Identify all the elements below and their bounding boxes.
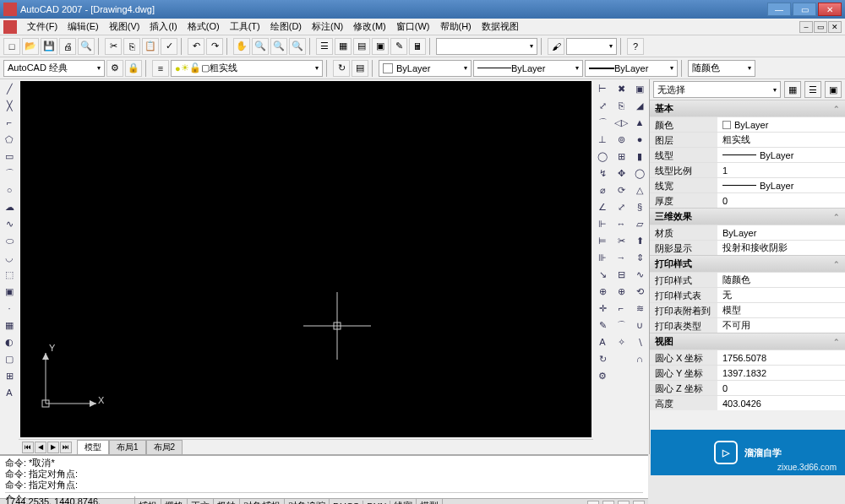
dim-update-tool[interactable]: ↻ [595,351,610,366]
linetype-combo[interactable]: ByLayer▾ [473,60,583,77]
mdi-close[interactable]: ✕ [828,21,842,33]
3d-loft-tool[interactable]: ≋ [632,301,647,316]
selection-combo[interactable]: 无选择▾ [653,81,781,98]
pan-button[interactable]: ✋ [233,38,250,55]
menu-view[interactable]: 视图(V) [104,19,145,35]
line-tool[interactable]: ╱ [2,81,17,96]
dc-button[interactable]: ▦ [335,38,352,55]
prop-plottable[interactable]: 无 [717,288,845,302]
aux-combo[interactable]: ▾ [566,38,617,55]
offset-tool[interactable]: ⊚ [613,132,629,147]
lwt-toggle[interactable]: 线宽 [390,499,417,504]
layer-prev-button[interactable]: ↻ [333,60,350,77]
3d-box-tool[interactable]: ▣ [632,81,647,96]
tab-next[interactable]: ▶ [47,442,59,453]
section-view[interactable]: 视图⌃ [650,333,845,350]
section-print[interactable]: 打印样式⌃ [650,255,845,272]
pickadd-button[interactable]: ☰ [804,81,821,98]
ducs-toggle[interactable]: DUCS [330,501,363,505]
dim-baseline-tool[interactable]: ⊨ [595,233,610,248]
copy-button[interactable]: ⎘ [123,38,140,55]
move-tool[interactable]: ✥ [613,165,629,181]
3d-pyramid-tool[interactable]: △ [632,182,647,198]
tray-icon-2[interactable] [602,501,614,505]
model-toggle[interactable]: 模型 [417,499,443,504]
3d-union-tool[interactable]: ∪ [632,317,647,333]
table-tool[interactable]: ⊞ [2,368,17,383]
scale-combo[interactable]: ▾ [436,38,537,55]
ws-settings-icon[interactable]: ⚙ [106,60,123,77]
point-tool[interactable]: · [2,301,17,316]
prop-plotstyle[interactable]: 随颜色 [717,273,845,287]
prop-ltscale[interactable]: 1 [717,163,845,177]
layer-state-button[interactable]: ▤ [352,60,368,77]
help-button[interactable]: ? [627,38,644,55]
region-tool[interactable]: ▢ [2,351,17,366]
3d-cylinder-tool[interactable]: ▮ [632,149,647,164]
dim-linear-tool[interactable]: ⊢ [595,81,610,96]
calc-button[interactable]: 🖩 [409,38,426,55]
dim-style-tool[interactable]: ⚙ [595,368,610,383]
plot-button[interactable]: 🖨 [59,38,76,55]
3d-revolve-tool[interactable]: ⟲ [632,284,647,299]
lineweight-combo[interactable]: ByLayer▾ [585,60,678,77]
menu-draw[interactable]: 绘图(D) [265,19,307,35]
tab-last[interactable]: ⏭ [60,442,72,453]
rectangle-tool[interactable]: ▭ [2,149,17,164]
new-button[interactable]: □ [3,38,20,55]
zoom-window-button[interactable]: 🔍 [270,38,287,55]
extend-tool[interactable]: → [613,250,629,265]
tab-prev[interactable]: ◀ [35,442,46,453]
prop-layer[interactable]: 粗实线 [717,133,845,147]
match-button[interactable]: ✓ [161,38,177,55]
prop-center-z[interactable]: 0 [717,381,845,395]
paste-button[interactable]: 📋 [142,38,159,55]
3d-cone-tool[interactable]: ▲ [632,115,647,130]
erase-tool[interactable]: ✖ [613,81,629,96]
color-combo[interactable]: ByLayer▾ [379,60,472,77]
dim-diameter-tool[interactable]: ⌀ [595,182,610,198]
array-tool[interactable]: ⊞ [613,149,629,164]
make-block-tool[interactable]: ▣ [2,284,17,299]
menu-help[interactable]: 帮助(H) [435,19,477,35]
prop-center-y[interactable]: 1397.1832 [717,366,845,380]
arc-tool[interactable]: ⌒ [2,165,17,181]
prop-shadow[interactable]: 投射和接收阴影 [717,241,845,255]
join-tool[interactable]: ⊕ [613,284,629,299]
chamfer-tool[interactable]: ⌐ [613,301,629,316]
save-button[interactable]: 💾 [41,38,57,55]
dim-tedit-tool[interactable]: A [595,334,610,350]
stretch-tool[interactable]: ↔ [613,216,629,231]
osnap-toggle[interactable]: 对象捕捉 [240,499,285,504]
sheet-button[interactable]: ▣ [372,38,389,55]
text-tool[interactable]: A [2,385,17,400]
menu-window[interactable]: 窗口(W) [391,19,435,35]
prop-height[interactable]: 403.0426 [717,396,845,410]
quickselect-button[interactable]: ▦ [784,81,801,98]
prop-plottype[interactable]: 不可用 [717,318,845,333]
tray-icon-3[interactable] [618,501,630,505]
ws-lock-icon[interactable]: 🔒 [125,60,142,77]
zoom-prev-button[interactable]: 🔍 [289,38,306,55]
ortho-toggle[interactable]: 正交 [188,499,214,504]
menu-file[interactable]: 文件(F) [22,19,63,35]
coordinates-display[interactable]: 1744.2535, 1440.8746, 0.0000 [0,496,135,505]
zoom-button[interactable]: 🔍 [252,38,269,55]
menu-format[interactable]: 格式(O) [183,19,225,35]
tray-icon-1[interactable] [587,501,599,505]
dim-arc-tool[interactable]: ⌒ [595,115,610,130]
undo-button[interactable]: ↶ [188,38,204,55]
mdi-restore[interactable]: ▭ [814,21,827,33]
layer-combo[interactable]: ●☀🔓▢ 粗实线▾ [171,60,323,77]
drawing-canvas[interactable]: X Y [20,81,592,437]
polygon-tool[interactable]: ⬠ [2,132,17,147]
3d-sphere-tool[interactable]: ● [632,132,647,147]
menu-edit[interactable]: 编辑(E) [63,19,104,35]
3d-helix-tool[interactable]: § [632,199,647,214]
select-objects-button[interactable]: ▣ [825,81,842,98]
spline-tool[interactable]: ∿ [2,216,17,231]
prop-material[interactable]: ByLayer [717,225,845,240]
brush-icon[interactable]: 🖌 [548,38,564,55]
prop-linetype[interactable]: ByLayer [717,148,845,162]
preview-button[interactable]: 🔍 [78,38,95,55]
